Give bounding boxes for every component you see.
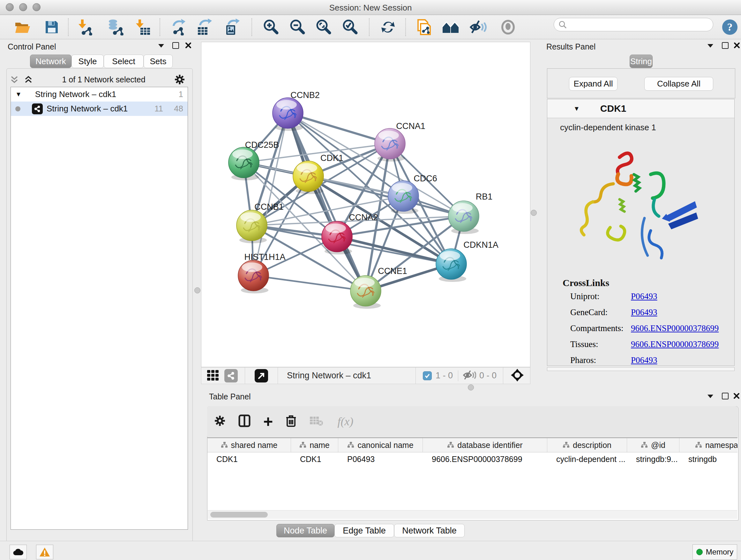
import-table-icon[interactable] bbox=[134, 19, 151, 36]
function-builder-icon[interactable]: f(x) bbox=[337, 415, 353, 428]
collapse-all-icon[interactable] bbox=[10, 75, 19, 84]
column-header-shared-name[interactable]: shared name bbox=[207, 438, 291, 452]
protein-collapse-icon[interactable]: ▼ bbox=[574, 105, 580, 112]
table-cell[interactable]: P06493 bbox=[338, 452, 423, 466]
horizontal-splitter-handle[interactable] bbox=[468, 384, 474, 390]
show-all-panels-icon[interactable] bbox=[442, 19, 459, 36]
search-input[interactable] bbox=[567, 20, 705, 29]
table-cell[interactable]: CDK1 bbox=[207, 452, 291, 466]
tab-node-table[interactable]: Node Table bbox=[276, 524, 334, 537]
help-icon[interactable]: ? bbox=[721, 19, 738, 36]
expand-all-button[interactable]: Expand All bbox=[569, 77, 617, 91]
network-badge-icon[interactable] bbox=[224, 369, 238, 382]
table-cell[interactable]: CDK1 bbox=[291, 452, 338, 466]
node-RB1[interactable] bbox=[448, 201, 479, 234]
network-options-gear-icon[interactable] bbox=[174, 74, 185, 85]
column-header--id[interactable]: @id bbox=[627, 438, 679, 452]
save-session-icon[interactable] bbox=[43, 19, 60, 36]
birds-eye-view-icon[interactable] bbox=[255, 369, 268, 382]
edge-CCNB2-CCNE1[interactable] bbox=[288, 113, 366, 291]
control-panel-close-icon[interactable] bbox=[185, 42, 192, 49]
table-row[interactable]: CDK1CDK1P064939606.ENSP00000378699cyclin… bbox=[207, 452, 738, 466]
table-cell[interactable]: stringdb:9... bbox=[627, 452, 679, 466]
protein-section-header[interactable]: ▼ CDK1 bbox=[547, 99, 734, 118]
table-panel-menu-icon[interactable] bbox=[708, 395, 713, 398]
table-panel-close-icon[interactable] bbox=[733, 393, 740, 399]
zoom-out-icon[interactable] bbox=[288, 19, 306, 36]
tab-style[interactable]: Style bbox=[71, 55, 104, 68]
results-panel-close-icon[interactable] bbox=[734, 42, 740, 49]
left-splitter-handle[interactable] bbox=[194, 287, 200, 294]
tab-network[interactable]: Network bbox=[30, 55, 71, 68]
show-columns-icon[interactable] bbox=[239, 415, 251, 428]
preview-eye-icon[interactable] bbox=[499, 19, 517, 36]
fit-content-crosshair-icon[interactable] bbox=[510, 368, 524, 383]
node-CDK1[interactable] bbox=[293, 161, 324, 194]
zoom-in-icon[interactable] bbox=[262, 19, 279, 36]
hidden-eye-icon[interactable] bbox=[463, 370, 476, 382]
results-panel-float-icon[interactable] bbox=[722, 42, 729, 49]
crosslink-link[interactable]: P06493 bbox=[631, 292, 657, 301]
memory-button[interactable]: Memory bbox=[692, 544, 737, 560]
cloud-status-button[interactable] bbox=[10, 545, 27, 559]
import-network-file-icon[interactable] bbox=[77, 19, 94, 36]
crosslink-link[interactable]: 9606.ENSP00000378699 bbox=[631, 339, 719, 349]
update-icon[interactable] bbox=[380, 19, 397, 36]
node-CCNA1[interactable] bbox=[375, 128, 405, 162]
tab-network-table[interactable]: Network Table bbox=[394, 524, 465, 537]
edge-CCNB2-CCNA1[interactable] bbox=[288, 113, 390, 144]
network-collection-row[interactable]: ▼ String Network – cdk1 1 bbox=[11, 87, 188, 102]
control-panel-float-icon[interactable] bbox=[172, 42, 179, 49]
crosslink-link[interactable]: 9606.ENSP00000378699 bbox=[631, 323, 719, 333]
scrollbar-thumb[interactable] bbox=[210, 512, 268, 517]
export-table-icon[interactable] bbox=[195, 19, 212, 36]
edge-HIST1H1A-CCNE1[interactable] bbox=[253, 275, 366, 291]
export-image-icon[interactable] bbox=[223, 19, 240, 36]
node-CDKN1A[interactable] bbox=[436, 249, 467, 282]
collection-expand-icon[interactable]: ▼ bbox=[15, 91, 22, 98]
node-CCNE1[interactable] bbox=[350, 275, 381, 309]
tab-string[interactable]: String bbox=[630, 55, 653, 68]
crosslink-link[interactable]: P06493 bbox=[631, 355, 657, 365]
control-panel-menu-icon[interactable] bbox=[158, 44, 164, 48]
column-header-name[interactable]: name bbox=[291, 438, 338, 452]
search-box[interactable] bbox=[554, 18, 713, 31]
tab-select[interactable]: Select bbox=[104, 55, 144, 68]
node-label-CCNA1: CCNA1 bbox=[396, 121, 425, 131]
node-HIST1H1A[interactable] bbox=[238, 260, 269, 294]
import-network-database-icon[interactable] bbox=[107, 19, 124, 36]
grid-view-icon[interactable] bbox=[206, 369, 219, 383]
zoom-selected-icon[interactable] bbox=[341, 19, 358, 36]
network-status-dot bbox=[15, 106, 20, 111]
export-network-icon[interactable] bbox=[170, 19, 187, 36]
hide-panels-icon[interactable] bbox=[469, 19, 487, 36]
column-header-database-identifier[interactable]: database identifier bbox=[423, 438, 547, 452]
table-cell[interactable]: cyclin-dependent ... bbox=[547, 452, 627, 466]
column-header-canonical-name[interactable]: canonical name bbox=[338, 438, 423, 452]
zoom-fit-icon[interactable] bbox=[315, 19, 332, 36]
table-settings-gear-icon[interactable] bbox=[214, 415, 226, 428]
tab-sets[interactable]: Sets bbox=[144, 55, 173, 68]
network-row-selected[interactable]: String Network – cdk1 11 48 bbox=[11, 102, 188, 116]
expand-all-icon[interactable] bbox=[23, 75, 33, 84]
results-panel-menu-icon[interactable] bbox=[708, 44, 713, 48]
column-header-description[interactable]: description bbox=[547, 438, 627, 452]
delete-column-icon[interactable] bbox=[286, 415, 296, 428]
node-CCNB1[interactable] bbox=[237, 210, 267, 243]
table-panel-float-icon[interactable] bbox=[722, 393, 729, 399]
right-splitter-handle[interactable] bbox=[531, 210, 537, 216]
node-CDC25B[interactable] bbox=[228, 147, 259, 180]
network-canvas[interactable]: CCNB2CCNA1CDC25BCDK1CDC6RB1CCNB1CCNA2CDK… bbox=[201, 42, 530, 367]
copy-style-icon[interactable] bbox=[415, 19, 433, 36]
selected-checkbox[interactable] bbox=[423, 371, 432, 380]
delete-table-icon[interactable] bbox=[309, 415, 323, 428]
open-session-icon[interactable] bbox=[14, 19, 31, 36]
collapse-all-button[interactable]: Collapse All bbox=[644, 77, 713, 91]
table-horizontal-scrollbar[interactable] bbox=[208, 510, 737, 519]
tab-edge-table[interactable]: Edge Table bbox=[334, 524, 394, 537]
warning-status-button[interactable] bbox=[36, 545, 53, 559]
table-cell[interactable]: stringdb bbox=[679, 452, 738, 466]
table-cell[interactable]: 9606.ENSP00000378699 bbox=[423, 452, 547, 466]
crosslink-link[interactable]: P06493 bbox=[631, 307, 657, 317]
column-header-namespace[interactable]: namespace bbox=[679, 438, 738, 452]
